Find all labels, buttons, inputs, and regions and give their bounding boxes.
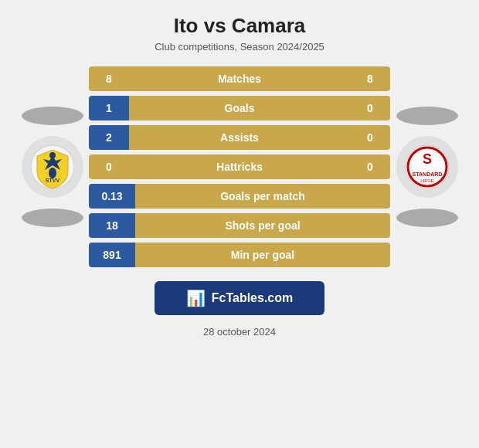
right-top-oval (396, 107, 458, 125)
hattricks-row: 0 Hattricks 0 (89, 154, 390, 179)
svg-point-2 (49, 152, 56, 158)
left-club-emblem: STVV (29, 144, 76, 190)
left-logo-circle: STVV (22, 136, 83, 198)
hattricks-right-val: 0 (350, 154, 390, 179)
shots-per-goal-label: Shots per goal (135, 213, 390, 238)
assists-label: Assists (129, 125, 350, 150)
assists-right-val: 0 (350, 125, 390, 150)
fctables-banner[interactable]: 📊 FcTables.com (155, 281, 324, 315)
hattricks-left-val: 0 (89, 154, 129, 179)
shots-per-goal-row: 18 Shots per goal (89, 213, 390, 238)
fctables-icon: 📊 (186, 289, 206, 307)
svg-text:STVV: STVV (45, 178, 59, 183)
stats-column: 8 Matches 8 1 Goals 0 2 Assists 0 0 Hatt… (89, 66, 390, 267)
svg-text:LIÈGE: LIÈGE (420, 178, 434, 183)
goals-left-val: 1 (89, 96, 129, 120)
goals-right-val: 0 (350, 96, 390, 120)
assists-left-val: 2 (89, 125, 129, 150)
min-per-goal-label: Min per goal (135, 243, 390, 267)
matches-left-val: 8 (89, 66, 129, 91)
footer-date: 28 october 2024 (203, 326, 276, 338)
left-club-logo: STVV (15, 107, 89, 227)
svg-text:S: S (422, 151, 431, 167)
page-subtitle: Club competitions, Season 2024/2025 (155, 41, 324, 53)
hattricks-label: Hattricks (129, 154, 350, 179)
left-top-oval (22, 107, 83, 125)
min-per-goal-value: 891 (89, 243, 135, 267)
min-per-goal-row: 891 Min per goal (89, 243, 390, 267)
assists-row: 2 Assists 0 (89, 125, 390, 150)
matches-label: Matches (129, 66, 350, 91)
goals-per-match-label: Goals per match (135, 184, 390, 209)
fctables-text: FcTables.com (212, 291, 294, 305)
right-club-logo: S STANDARD LIÈGE (390, 107, 464, 227)
right-club-emblem: S STANDARD LIÈGE (404, 144, 450, 190)
shots-per-goal-value: 18 (89, 213, 135, 238)
right-logo-circle: S STANDARD LIÈGE (396, 136, 458, 198)
right-bottom-oval (396, 209, 458, 227)
matches-row: 8 Matches 8 (89, 66, 390, 91)
left-bottom-oval (22, 209, 83, 227)
matches-right-val: 8 (350, 66, 390, 91)
svg-point-1 (49, 168, 56, 178)
goals-per-match-value: 0.13 (89, 184, 135, 209)
svg-text:STANDARD: STANDARD (412, 171, 442, 177)
goals-label: Goals (129, 96, 350, 120)
goals-row: 1 Goals 0 (89, 96, 390, 120)
page-title: Ito vs Camara (174, 14, 306, 38)
goals-per-match-row: 0.13 Goals per match (89, 184, 390, 209)
